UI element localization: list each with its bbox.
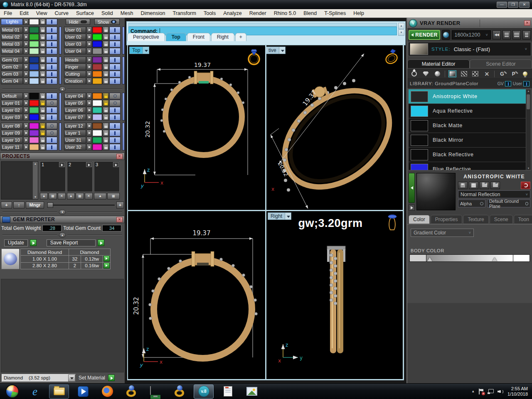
- layer-name-button[interactable]: Layer 03: [1, 114, 23, 121]
- add-folder-2-icon[interactable]: +: [490, 182, 500, 189]
- save-report-run-button[interactable]: [98, 239, 104, 246]
- projects-slider[interactable]: [47, 204, 115, 206]
- menu-item[interactable]: Tools: [200, 9, 219, 17]
- slider-right-swatch[interactable]: [513, 255, 530, 261]
- expand-arrow-button[interactable]: [23, 19, 29, 25]
- lock-icon[interactable]: [103, 93, 109, 99]
- up-button[interactable]: ↑: [13, 202, 25, 209]
- g-tools-icon[interactable]: G: [498, 70, 506, 77]
- slot-load-button[interactable]: ▲: [67, 193, 75, 200]
- slider-add-button[interactable]: +: [116, 202, 124, 209]
- lock-icon[interactable]: [103, 48, 109, 54]
- color-swatch[interactable]: [92, 130, 102, 136]
- visibility-toggle[interactable]: [46, 64, 57, 70]
- expand-arrow-button[interactable]: [86, 41, 92, 47]
- expand-arrow-button[interactable]: [86, 78, 92, 84]
- gem-row-action-button[interactable]: [103, 256, 110, 261]
- color-swatch[interactable]: [29, 41, 39, 47]
- layer-name-button[interactable]: Layer 06: [64, 107, 86, 113]
- viewport-top-large[interactable]: 19.37 20.32 z x y: [128, 211, 265, 379]
- color-swatch[interactable]: [92, 41, 102, 47]
- slot-delete-button[interactable]: ✕: [85, 193, 93, 200]
- lock-icon[interactable]: [39, 123, 46, 129]
- expand-arrow-button[interactable]: [86, 100, 92, 106]
- visibility-toggle[interactable]: [46, 71, 57, 77]
- visibility-toggle[interactable]: [109, 93, 121, 99]
- update-run-button[interactable]: [30, 239, 37, 246]
- menu-item[interactable]: Surface: [72, 9, 98, 17]
- visibility-toggle[interactable]: [109, 57, 121, 63]
- color-swatch[interactable]: [92, 27, 102, 33]
- material-list-item[interactable]: Black Reflective: [409, 148, 526, 162]
- add-project-button[interactable]: +: [1, 202, 12, 209]
- command-history[interactable]: [128, 23, 397, 27]
- lock-icon[interactable]: [39, 48, 46, 54]
- file-explorer-button[interactable]: [49, 384, 69, 399]
- layer-name-button[interactable]: Layer 08: [1, 123, 23, 129]
- menu-item[interactable]: Edit: [16, 9, 32, 17]
- notepad-button[interactable]: [218, 384, 238, 399]
- menu-item[interactable]: Rhino 5.0: [270, 9, 300, 17]
- material-list-item[interactable]: Aqua Reflective: [409, 104, 526, 118]
- expand-arrow-button[interactable]: [23, 48, 29, 54]
- lock-icon[interactable]: [39, 27, 46, 33]
- expand-arrow-button[interactable]: [86, 144, 92, 150]
- layer-name-button[interactable]: Layer 07: [64, 114, 86, 121]
- close-icon[interactable]: ✕: [116, 217, 123, 222]
- color-swatch[interactable]: [29, 27, 39, 33]
- alpha-toggle[interactable]: Alpha: [458, 200, 485, 207]
- update-button[interactable]: Update: [4, 239, 28, 246]
- gv-toggle[interactable]: GV: [498, 81, 511, 86]
- property-tab[interactable]: Properties: [431, 215, 463, 224]
- visibility-toggle[interactable]: [109, 41, 121, 47]
- expand-arrow-button[interactable]: [23, 107, 29, 113]
- slider-handle-low[interactable]: [427, 257, 432, 261]
- menu-item[interactable]: Curve: [51, 9, 72, 17]
- color-swatch[interactable]: [92, 144, 102, 150]
- lock-icon[interactable]: [103, 34, 109, 40]
- visibility-toggle[interactable]: [109, 27, 121, 33]
- lock-icon[interactable]: [103, 144, 109, 150]
- lock-icon[interactable]: [39, 19, 46, 25]
- visibility-toggle[interactable]: [109, 64, 121, 70]
- expand-arrow-button[interactable]: [86, 57, 92, 63]
- slot-arrow-button[interactable]: [113, 162, 119, 167]
- rewind-icon[interactable]: ◀◀: [493, 30, 501, 39]
- expand-arrow-button[interactable]: [23, 64, 29, 70]
- slider-left-swatch[interactable]: [410, 255, 426, 261]
- add-folder-icon[interactable]: +: [480, 182, 489, 189]
- matrix-v8-button[interactable]: v.8: [194, 384, 214, 399]
- visibility-toggle[interactable]: [46, 114, 57, 121]
- expand-arrow-button[interactable]: [23, 100, 29, 106]
- minimize-button[interactable]: —: [497, 2, 507, 8]
- close-icon[interactable]: ✕: [116, 154, 123, 159]
- color-swatch[interactable]: [29, 123, 39, 129]
- expand-arrow-button[interactable]: [23, 144, 29, 150]
- body-color-slider[interactable]: [409, 254, 530, 262]
- layer-name-button[interactable]: Layer 10: [1, 137, 23, 143]
- expand-arrow-button[interactable]: [23, 130, 29, 136]
- expand-arrow-button[interactable]: [23, 57, 29, 63]
- gem-material-icon[interactable]: [422, 70, 430, 77]
- lock-icon[interactable]: [103, 137, 109, 143]
- slot-save-button[interactable]: ▦: [76, 193, 84, 200]
- expand-arrow-button[interactable]: [86, 34, 92, 40]
- slot-arrow-button[interactable]: [59, 162, 65, 167]
- lock-icon[interactable]: [103, 78, 109, 84]
- start-button[interactable]: [3, 384, 21, 399]
- slot-delete-button[interactable]: ✕: [58, 193, 66, 200]
- expand-arrow-button[interactable]: [86, 93, 92, 99]
- rename-material-icon[interactable]: [469, 182, 478, 189]
- menu-item[interactable]: T-Splines: [320, 9, 350, 17]
- action-center-flag-icon[interactable]: ✕: [478, 389, 484, 394]
- internet-explorer-button[interactable]: e: [25, 384, 45, 399]
- layer-name-button[interactable]: Cutting: [64, 71, 86, 77]
- lock-icon[interactable]: [39, 114, 46, 121]
- color-swatch[interactable]: [29, 137, 39, 143]
- lock-icon[interactable]: [39, 57, 46, 63]
- menu-item[interactable]: View: [32, 9, 51, 17]
- lock-icon[interactable]: [103, 41, 109, 47]
- expand-arrow-button[interactable]: [23, 123, 29, 129]
- expand-arrow-button[interactable]: [86, 71, 92, 77]
- viewport-label-right[interactable]: Right: [268, 212, 291, 220]
